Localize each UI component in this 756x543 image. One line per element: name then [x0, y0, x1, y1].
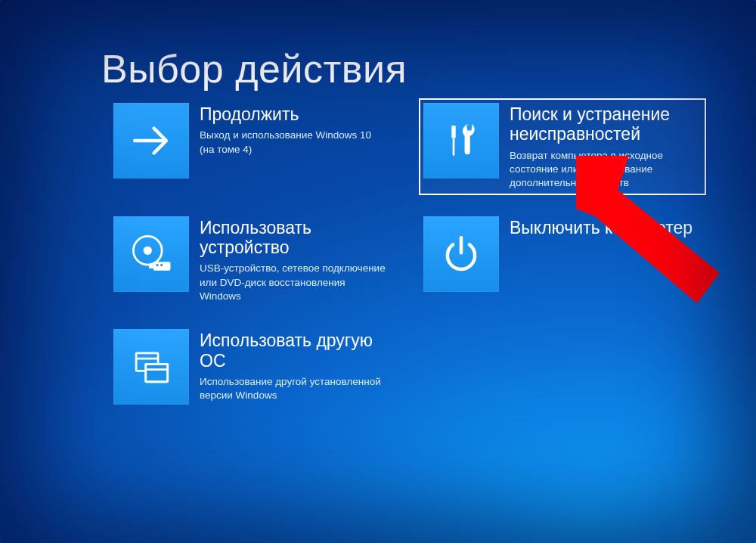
- tile-troubleshoot[interactable]: Поиск и устранение неисправностей Возвра…: [419, 98, 706, 195]
- tile-continue[interactable]: Продолжить Выход и использование Windows…: [109, 98, 396, 195]
- tile-text: Продолжить Выход и использование Windows…: [200, 103, 392, 157]
- windows-overlap-icon: [113, 329, 189, 405]
- tile-desc: Выход и использование Windows 10 (на том…: [200, 129, 389, 156]
- tile-text: Использовать другую ОС Использование дру…: [200, 329, 392, 402]
- tile-title: Использовать устройство: [200, 218, 392, 258]
- svg-rect-8: [160, 264, 163, 266]
- tile-desc: USB-устройство, сетевое подключение или …: [200, 262, 389, 303]
- tile-desc: Возврат компьютера в исходное состояние …: [510, 149, 699, 191]
- tile-text: Выключить компьютер: [510, 216, 702, 242]
- svg-point-4: [144, 246, 152, 254]
- svg-rect-6: [149, 264, 153, 268]
- svg-rect-7: [156, 264, 159, 266]
- tile-shutdown[interactable]: Выключить компьютер: [419, 212, 706, 309]
- svg-rect-1: [451, 126, 455, 138]
- tile-text: Использовать устройство USB-устройство, …: [200, 216, 392, 304]
- tile-use-device[interactable]: Использовать устройство USB-устройство, …: [109, 212, 396, 309]
- tile-use-other-os[interactable]: Использовать другую ОС Использование дру…: [109, 324, 396, 409]
- tile-title: Использовать другую ОС: [200, 330, 392, 371]
- power-icon: [423, 216, 499, 292]
- tile-text: Поиск и устранение неисправностей Возвра…: [510, 103, 702, 191]
- page-title: Выбор действия: [101, 46, 407, 92]
- svg-rect-12: [146, 364, 168, 382]
- tile-grid: Продолжить Выход и использование Windows…: [109, 98, 706, 409]
- tile-title: Выключить компьютер: [510, 218, 702, 237]
- svg-rect-2: [453, 138, 455, 156]
- tile-desc: Использование другой установленной верси…: [200, 375, 389, 402]
- arrow-right-icon: [113, 103, 189, 178]
- tools-icon: [423, 103, 499, 178]
- device-disc-usb-icon: [113, 216, 189, 292]
- tile-title: Поиск и устранение неисправностей: [510, 104, 702, 144]
- tile-title: Продолжить: [200, 104, 392, 124]
